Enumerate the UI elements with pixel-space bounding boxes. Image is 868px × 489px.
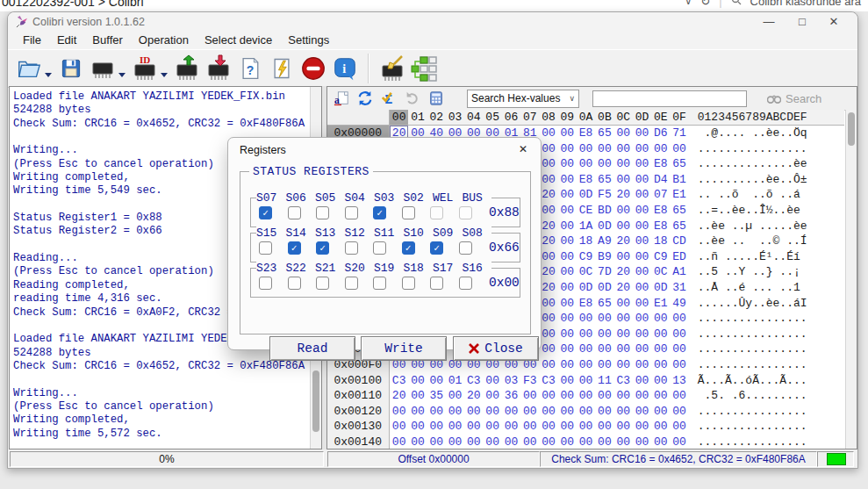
hex-byte-cell[interactable]: 00 xyxy=(651,311,670,327)
hex-byte-cell[interactable]: 00 xyxy=(558,187,577,203)
search-input[interactable] xyxy=(592,90,747,107)
hex-byte-cell[interactable]: 00 xyxy=(577,373,595,389)
hex-byte-cell[interactable]: 00 xyxy=(577,141,595,157)
checkbox-s05[interactable] xyxy=(316,206,329,219)
menu-item-select-device[interactable]: Select device xyxy=(197,32,280,49)
hex-byte-cell[interactable]: 00 xyxy=(408,419,427,435)
checkbox-s14[interactable]: ✓ xyxy=(288,241,301,255)
hex-byte-cell[interactable]: 00 xyxy=(539,203,557,219)
menu-item-file[interactable]: File xyxy=(15,32,49,49)
hex-ascii-cell[interactable]: Ã...Ã..óÃ...Ã... xyxy=(698,373,816,389)
read-button[interactable]: Read xyxy=(269,336,355,361)
hex-byte-cell[interactable]: D4 xyxy=(651,172,670,188)
hex-byte-cell[interactable]: C3 xyxy=(614,373,633,389)
write-chip-button[interactable] xyxy=(203,53,234,84)
minimize-button[interactable]: — xyxy=(761,14,777,30)
hex-byte-cell[interactable]: 00 xyxy=(633,264,651,280)
hex-byte-cell[interactable]: 20 xyxy=(614,234,633,249)
hex-byte-cell[interactable]: 00 xyxy=(483,388,501,404)
hex-ascii-cell[interactable]: ......Ûy..èe..áI xyxy=(698,296,816,312)
hex-byte-cell[interactable]: E8 xyxy=(651,156,670,172)
hex-byte-cell[interactable]: 00 xyxy=(558,249,577,265)
hex-byte-cell[interactable]: ED xyxy=(670,249,688,265)
hex-byte-cell[interactable]: CE xyxy=(577,203,595,219)
checkbox-s11[interactable] xyxy=(373,241,386,255)
hex-byte-cell[interactable]: 18 xyxy=(651,234,670,249)
hex-ascii-cell[interactable]: ................ xyxy=(698,419,816,435)
hex-byte-cell[interactable]: 00 xyxy=(539,311,557,327)
hex-byte-cell[interactable]: 71 xyxy=(670,126,688,141)
hex-scrollbar[interactable] xyxy=(845,110,857,449)
read-id-dropdown[interactable] xyxy=(161,73,168,77)
hex-byte-cell[interactable]: 00 xyxy=(427,373,446,389)
hex-byte-cell[interactable]: E8 xyxy=(577,126,595,141)
hex-byte-cell[interactable]: B1 xyxy=(670,172,688,188)
hex-byte-cell[interactable]: 00 xyxy=(539,342,557,357)
hex-byte-cell[interactable]: 20 xyxy=(539,187,557,203)
checkbox-s20[interactable] xyxy=(345,277,358,290)
hex-byte-cell[interactable]: 00 xyxy=(502,419,520,435)
cancel-operation-button[interactable] xyxy=(298,53,329,84)
checkbox-s12[interactable] xyxy=(345,241,358,255)
hex-byte-cell[interactable]: 00 xyxy=(558,388,577,404)
hex-byte-cell[interactable]: 00 xyxy=(670,419,688,435)
hex-byte-cell[interactable]: 00 xyxy=(464,404,483,420)
hex-byte-cell[interactable]: BD xyxy=(595,203,613,219)
menu-item-operation[interactable]: Operation xyxy=(131,32,197,49)
hex-byte-cell[interactable]: 00 xyxy=(614,141,633,157)
hex-byte-cell[interactable]: 00 xyxy=(633,203,651,219)
hex-byte-cell[interactable]: 00 xyxy=(614,203,633,219)
hex-byte-cell[interactable]: 00 xyxy=(446,404,464,420)
hex-byte-cell[interactable]: 00 xyxy=(539,172,557,188)
hex-byte-cell[interactable]: 00 xyxy=(670,435,688,449)
info-button[interactable]: i xyxy=(329,53,361,84)
hex-byte-cell[interactable]: 00 xyxy=(539,126,557,141)
hex-byte-cell[interactable]: 00 xyxy=(558,126,577,141)
hex-byte-cell[interactable]: 00 xyxy=(670,327,688,342)
hex-ascii-cell[interactable]: .@.... ..èe..Öq xyxy=(698,126,816,141)
hex-byte-cell[interactable]: 00 xyxy=(633,187,651,203)
hex-byte-cell[interactable]: 00 xyxy=(633,172,651,188)
hex-byte-cell[interactable]: 00 xyxy=(614,404,633,420)
hex-byte-cell[interactable]: 00 xyxy=(539,357,557,373)
checkbox-s21[interactable] xyxy=(316,277,329,290)
hex-byte-cell[interactable]: 00 xyxy=(539,156,557,172)
hex-byte-cell[interactable]: 00 xyxy=(633,419,651,435)
hex-byte-cell[interactable]: 00 xyxy=(614,419,633,435)
hex-byte-cell[interactable]: 00 xyxy=(670,342,688,357)
hex-byte-cell[interactable]: 00 xyxy=(427,435,446,449)
hex-ascii-cell[interactable]: ..5 ..Y ..} ..¡ xyxy=(698,264,816,280)
hex-byte-cell[interactable]: 0D xyxy=(577,280,595,296)
hex-byte-cell[interactable]: 36 xyxy=(502,388,520,404)
hex-ascii-cell[interactable]: ................ xyxy=(698,435,816,449)
hex-byte-cell[interactable]: 00 xyxy=(670,357,688,373)
hex-ascii-cell[interactable]: .5. .6......... xyxy=(698,388,816,404)
hex-byte-cell[interactable]: 20 xyxy=(539,280,557,296)
maximize-button[interactable]: □ xyxy=(794,14,810,30)
hex-byte-cell[interactable]: 65 xyxy=(670,156,688,172)
hex-byte-cell[interactable]: 00 xyxy=(614,249,633,265)
hex-byte-cell[interactable]: 00 xyxy=(651,435,670,449)
hex-byte-cell[interactable]: 00 xyxy=(390,419,408,435)
hex-byte-cell[interactable]: 00 xyxy=(595,435,613,449)
hex-ascii-cell[interactable]: ..=..èe..Î½..èe xyxy=(698,203,816,219)
hex-byte-cell[interactable]: 00 xyxy=(633,234,651,249)
checkbox-s23[interactable] xyxy=(259,277,272,290)
hex-byte-cell[interactable]: 00 xyxy=(595,327,613,342)
hex-byte-cell[interactable]: 49 xyxy=(670,296,688,312)
hex-byte-cell[interactable]: F5 xyxy=(595,187,613,203)
hex-byte-cell[interactable]: 20 xyxy=(539,264,557,280)
hex-byte-cell[interactable]: 20 xyxy=(539,219,557,234)
hex-byte-cell[interactable]: D6 xyxy=(651,126,670,141)
hex-byte-cell[interactable]: 00 xyxy=(614,156,633,172)
hex-byte-cell[interactable]: 00 xyxy=(558,373,577,389)
calculator-icon[interactable] xyxy=(427,90,445,107)
search-mode-select[interactable]: Search Hex-values ∨ xyxy=(467,90,579,108)
hex-ascii-cell[interactable]: ..èe .. ..© ..Í xyxy=(698,234,816,249)
blank-check-button[interactable] xyxy=(408,53,440,84)
hex-byte-cell[interactable]: F3 xyxy=(520,373,539,389)
hex-byte-cell[interactable]: 00 xyxy=(577,388,595,404)
erase-chip-button[interactable] xyxy=(377,53,408,84)
hex-byte-cell[interactable]: 00 xyxy=(558,357,577,373)
hex-byte-cell[interactable]: 00 xyxy=(558,219,577,234)
